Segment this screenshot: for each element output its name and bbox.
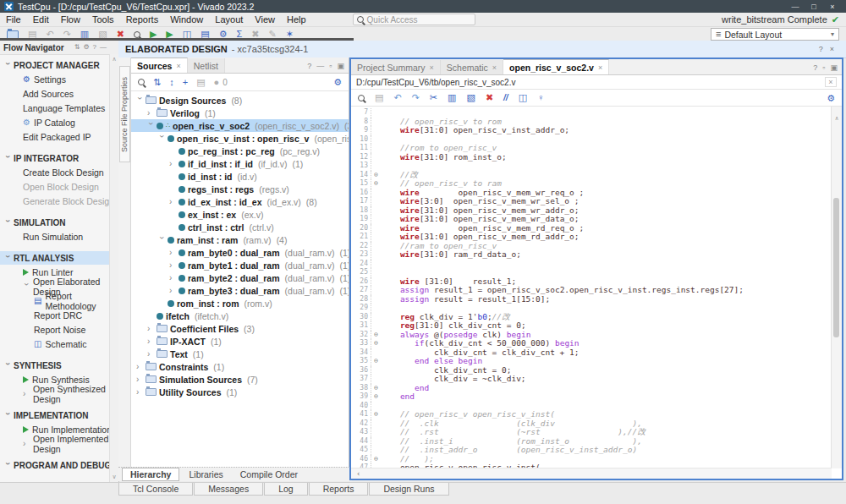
collapse-icon[interactable]: ⇅ <box>153 78 161 87</box>
scroll-up-icon[interactable]: ∧ <box>832 107 842 122</box>
tab-project-summary[interactable]: Project Summary× <box>351 60 441 74</box>
tree-item-if-id-inst-if-id[interactable]: ›if_id_inst : if_id(if_id.v)(1) <box>131 157 349 170</box>
tree-item-utility-sources[interactable]: ›Utility Sources(1) <box>131 386 349 398</box>
vertical-scrollbar[interactable]: ∧ <box>831 107 842 468</box>
source-file-properties-tab[interactable]: Source File Properties <box>119 66 130 162</box>
redo-icon[interactable]: ↷ <box>412 93 420 102</box>
tab-tcl-console[interactable]: Tcl Console <box>118 483 193 496</box>
close-file-icon[interactable]: × <box>825 77 837 87</box>
tab-open-risc-v-soc2-v[interactable]: open_risc_v_soc2.v× <box>503 59 609 74</box>
flow-item-report-noise[interactable]: Report Noise <box>0 322 118 337</box>
flow-item-open-synthesized-design[interactable]: ›Open Synthesized Design <box>0 386 118 401</box>
scrollbar-thumb[interactable] <box>833 198 839 337</box>
copy-icon[interactable]: ▥ <box>448 93 456 102</box>
minimize-icon[interactable]: — <box>316 62 324 70</box>
float-icon[interactable]: ▫ <box>329 62 332 70</box>
delete-icon[interactable]: ✖ <box>486 93 493 102</box>
flow-item-edit-packaged-ip[interactable]: Edit Packaged IP <box>0 129 118 144</box>
undo-icon[interactable]: ↶ <box>393 93 401 102</box>
search-icon[interactable] <box>138 79 145 85</box>
menu-flow[interactable]: Flow <box>55 14 86 25</box>
help-icon[interactable]: ? <box>93 44 96 51</box>
tree-item-rom-inst-rom[interactable]: rom_inst : rom(rom.v) <box>131 297 349 310</box>
quick-access-input[interactable]: Quick Access <box>353 14 475 25</box>
flow-item-report-methodology[interactable]: ▤Report Methodology <box>0 293 118 308</box>
tree-item-ram-byte0-dual-ram[interactable]: ›ram_byte0 : dual_ram(dual_ram.v)(1) <box>131 246 349 259</box>
help-icon[interactable]: ? <box>813 63 817 72</box>
menu-window[interactable]: Window <box>164 14 209 25</box>
tab-reports[interactable]: Reports <box>309 483 369 496</box>
scroll-up-icon[interactable]: ∧ <box>112 56 116 63</box>
tree-item-verilog[interactable]: ›Verilog(1) <box>131 107 349 119</box>
sources-tree[interactable]: ›Design Sources(8)›Verilog(1)›∴open_risc… <box>131 91 349 467</box>
gear-icon[interactable]: ⚙ <box>333 78 342 87</box>
dock-icon[interactable]: ▣ <box>830 63 838 72</box>
tree-item-ram-byte2-dual-ram[interactable]: ›ram_byte2 : dual_ram(dual_ram.v)(1) <box>131 271 349 284</box>
collapse-icon[interactable]: ⇅ <box>74 44 80 51</box>
gear-icon[interactable]: ⚙ <box>827 94 835 103</box>
tree-item-id-inst-id[interactable]: id_inst : id(id.v) <box>131 170 349 183</box>
tree-item-ip-xact[interactable]: ›IP-XACT(1) <box>131 335 349 348</box>
tab-schematic[interactable]: Schematic× <box>441 60 503 74</box>
doc-icon[interactable]: ▤ <box>196 78 205 87</box>
close-icon[interactable]: × <box>823 3 842 11</box>
flow-item-ip-catalog[interactable]: ⚙IP Catalog <box>0 115 118 129</box>
flow-item-create-block-design[interactable]: Create Block Design <box>0 165 118 179</box>
tree-item-open-risc-v-inst-open-risc-v[interactable]: ›open_risc_v_inst : open_risc_v(open_ris… <box>131 132 349 145</box>
scroll-down-icon[interactable]: ∨ <box>112 474 116 480</box>
close-tab-icon[interactable]: × <box>176 62 180 70</box>
expand-icon[interactable]: ↕ <box>169 78 174 87</box>
tree-item-text[interactable]: ›Text(1) <box>131 348 349 360</box>
flow-section-header-rtl-analysis[interactable]: ›RTL ANALYSIS <box>0 251 118 265</box>
tree-item-design-sources[interactable]: ›Design Sources(8) <box>131 94 349 107</box>
tree-item-id-ex-inst-id-ex[interactable]: ›id_ex_inst : id_ex(id_ex.v)(8) <box>131 195 349 208</box>
tree-item-ram-byte1-dual-ram[interactable]: ›ram_byte1 : dual_ram(dual_ram.v)(1) <box>131 259 349 271</box>
search-icon[interactable] <box>134 31 140 38</box>
help-icon[interactable]: ? <box>307 62 311 70</box>
close-tab-icon[interactable]: × <box>492 63 497 72</box>
tree-item-ex-inst-ex[interactable]: ex_inst : ex(ex.v) <box>131 208 349 221</box>
paste-icon[interactable]: ▧ <box>466 93 475 102</box>
layout-selector[interactable]: ≡ Default Layout ▾ <box>711 28 839 41</box>
tree-item-simulation-sources[interactable]: ›Simulation Sources(7) <box>131 373 349 386</box>
comment-icon[interactable]: // <box>503 94 508 102</box>
horizontal-scrollbar[interactable]: ‹ <box>351 468 832 479</box>
maximize-icon[interactable]: □ <box>805 3 823 11</box>
open-folder-icon[interactable] <box>7 30 19 39</box>
menu-layout[interactable]: Layout <box>209 14 249 25</box>
gear-icon[interactable]: ⚙ <box>83 44 89 51</box>
flow-item-settings[interactable]: ⚙Settings <box>0 72 118 86</box>
minimize-icon[interactable]: — <box>786 3 805 11</box>
menu-edit[interactable]: Edit <box>27 14 55 25</box>
float-icon[interactable]: ▫ <box>822 63 825 72</box>
menu-file[interactable]: File <box>0 14 27 25</box>
tree-item-ram-byte3-dual-ram[interactable]: ›ram_byte3 : dual_ram(dual_ram.v)(1) <box>131 284 349 297</box>
tree-item-ctrl-inst-ctrl[interactable]: ctrl_inst : ctrl(ctrl.v) <box>131 221 349 233</box>
tab-log[interactable]: Log <box>264 483 308 496</box>
flow-item-schematic[interactable]: ◫Schematic <box>0 337 118 351</box>
tab-messages[interactable]: Messages <box>194 483 263 496</box>
search-icon[interactable] <box>358 95 365 101</box>
menu-reports[interactable]: Reports <box>120 14 165 25</box>
tab-netlist[interactable]: Netlist <box>188 58 225 73</box>
minimize-panel-icon[interactable]: — <box>100 44 107 51</box>
flow-section-header-synthesis[interactable]: ›SYNTHESIS <box>0 359 118 372</box>
close-elaborated-icon[interactable]: × <box>830 45 834 53</box>
flow-section-header-project-manager[interactable]: ›PROJECT MANAGER <box>0 58 118 72</box>
close-tab-icon[interactable]: × <box>430 63 434 72</box>
tab-compile-order[interactable]: Compile Order <box>233 468 305 480</box>
menu-tools[interactable]: Tools <box>86 14 120 25</box>
tab-libraries[interactable]: Libraries <box>181 468 230 480</box>
tree-item-ram-inst-ram[interactable]: ›ram_inst : ram(ram.v)(4) <box>131 233 349 246</box>
tree-item-constraints[interactable]: ›Constraints(1) <box>131 360 349 373</box>
flow-item-open-implemented-design[interactable]: ›Open Implemented Design <box>0 436 118 451</box>
dock-icon[interactable]: ▣ <box>337 62 344 70</box>
tab-design-runs[interactable]: Design Runs <box>369 483 448 496</box>
help-icon[interactable]: ? <box>819 45 823 53</box>
columns-icon[interactable]: ◫ <box>519 93 527 102</box>
tree-item-regs-inst-regs[interactable]: regs_inst : regs(regs.v) <box>131 183 349 195</box>
flow-item-run-simulation[interactable]: Run Simulation <box>0 229 118 244</box>
flow-section-header-ip-integrator[interactable]: ›IP INTEGRATOR <box>0 151 118 165</box>
flow-item-add-sources[interactable]: Add Sources <box>0 86 118 101</box>
menu-view[interactable]: View <box>249 14 281 25</box>
